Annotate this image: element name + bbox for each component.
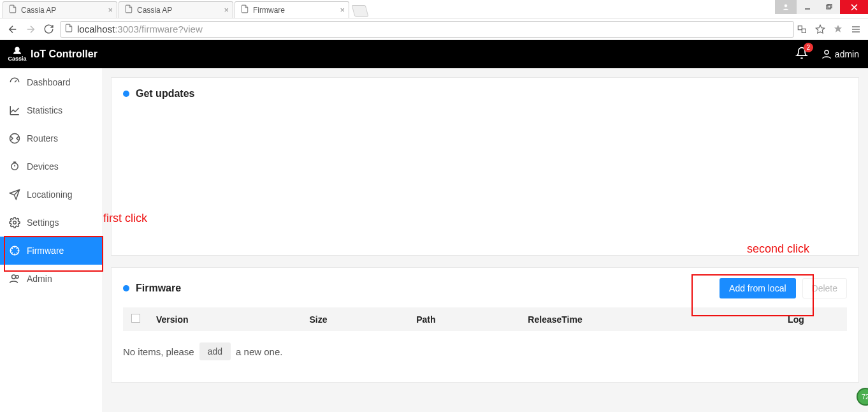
sidebar-item-label: Statistics (27, 105, 62, 115)
reload-button[interactable] (40, 20, 57, 38)
file-icon (124, 4, 133, 15)
empty-state: No items, please add a new one. (123, 331, 847, 372)
tab-label: Firmware (253, 6, 285, 15)
bullet-icon (123, 91, 129, 97)
window-maximize-button[interactable] (818, 0, 840, 14)
add-button[interactable]: add (199, 342, 231, 360)
chrome-user-button[interactable] (775, 0, 797, 14)
sidebar: Dashboard Statistics Routers Devices Loc… (0, 68, 102, 412)
sidebar-item-routers[interactable]: Routers (0, 124, 102, 152)
app-header: Cassia IoT Controller 2 admin (0, 40, 868, 68)
sidebar-item-settings[interactable]: Settings (0, 209, 102, 237)
panel-title: Get updates (123, 88, 847, 99)
file-icon (240, 4, 249, 15)
tab-close-icon[interactable]: × (340, 5, 345, 15)
extension-icon[interactable] (832, 24, 844, 35)
tab-label: Cassia AP (137, 6, 172, 15)
panel-actions: Add from local Delete (720, 278, 847, 298)
user-name: admin (835, 49, 859, 59)
app-title: IoT Controller (31, 48, 98, 60)
svg-line-15 (15, 80, 17, 82)
address-bar-icons (797, 24, 864, 35)
sidebar-item-statistics[interactable]: Statistics (0, 96, 102, 124)
browser-tab[interactable]: Cassia AP × (3, 1, 117, 18)
sidebar-item-label: Locationing (27, 189, 73, 200)
get-updates-panel: Get updates (111, 77, 859, 256)
sidebar-item-label: Dashboard (27, 77, 71, 87)
browser-tabs: Cassia AP × Cassia AP × Firmware × (0, 0, 868, 18)
sidebar-item-locationing[interactable]: Locationing (0, 180, 102, 209)
back-button[interactable] (4, 20, 22, 38)
sidebar-item-devices[interactable]: Devices (0, 152, 102, 180)
svg-point-0 (785, 4, 787, 7)
forward-button[interactable] (22, 20, 40, 38)
svg-point-26 (12, 275, 16, 279)
file-icon (8, 4, 17, 15)
address-bar-row: localhost:3003/firmware?view (0, 18, 868, 40)
bookmark-icon[interactable] (814, 24, 826, 35)
bullet-icon (123, 285, 129, 291)
col-version: Version (148, 307, 301, 331)
sidebar-item-label: Devices (27, 161, 59, 172)
svg-rect-2 (827, 5, 830, 9)
sidebar-item-label: Routers (27, 133, 58, 143)
browser-tab[interactable]: Firmware × (235, 1, 349, 18)
sidebar-item-label: Admin (27, 274, 52, 284)
url-text: localhost:3003/firmware?view (77, 24, 203, 34)
sidebar-item-label: Firmware (27, 246, 64, 256)
col-releasetime: ReleaseTime (520, 307, 745, 331)
notification-badge: 2 (804, 43, 813, 52)
tab-close-icon[interactable]: × (224, 5, 229, 15)
svg-rect-9 (802, 29, 806, 33)
header-right: 2 admin (795, 47, 859, 62)
notifications-button[interactable]: 2 (795, 47, 808, 62)
panel-head: Firmware Add from local Delete (123, 278, 847, 298)
firmware-panel: Firmware Add from local Delete Version S… (111, 267, 859, 383)
select-all-checkbox[interactable] (131, 314, 140, 323)
sidebar-item-label: Settings (27, 217, 59, 228)
page-icon (64, 24, 73, 35)
col-path: Path (409, 307, 520, 331)
sidebar-item-firmware[interactable]: Firmware (0, 237, 102, 265)
firmware-table: Version Size Path ReleaseTime Log (123, 307, 847, 331)
window-controls (775, 0, 868, 14)
brand-logo-icon: Cassia (9, 46, 25, 63)
add-from-local-button[interactable]: Add from local (720, 278, 795, 298)
svg-point-14 (825, 50, 828, 54)
brand: Cassia IoT Controller (9, 46, 98, 63)
delete-button[interactable]: Delete (802, 278, 847, 298)
tab-close-icon[interactable]: × (108, 5, 113, 15)
browser-tab[interactable]: Cassia AP × (119, 1, 233, 18)
col-log: Log (745, 307, 847, 331)
tab-label: Cassia AP (21, 6, 56, 15)
col-size: Size (301, 307, 409, 331)
window-close-button[interactable] (840, 0, 868, 14)
svg-rect-8 (798, 26, 802, 29)
svg-point-27 (16, 276, 19, 279)
browser-chrome: Cassia AP × Cassia AP × Firmware × (0, 0, 868, 40)
panel-title: Firmware (123, 283, 181, 294)
main-content: Get updates Firmware Add from local Dele… (102, 68, 868, 412)
app-body: Dashboard Statistics Routers Devices Loc… (0, 68, 868, 412)
url-input[interactable]: localhost:3003/firmware?view (60, 21, 794, 38)
user-menu[interactable]: admin (821, 48, 859, 60)
sidebar-item-dashboard[interactable]: Dashboard (0, 68, 102, 96)
window-minimize-button[interactable] (797, 0, 818, 14)
translate-icon[interactable] (797, 24, 808, 35)
new-tab-button[interactable] (352, 5, 369, 17)
menu-icon[interactable] (850, 24, 862, 35)
svg-point-24 (13, 221, 17, 224)
svg-marker-10 (816, 25, 824, 33)
sidebar-item-admin[interactable]: Admin (0, 265, 102, 293)
